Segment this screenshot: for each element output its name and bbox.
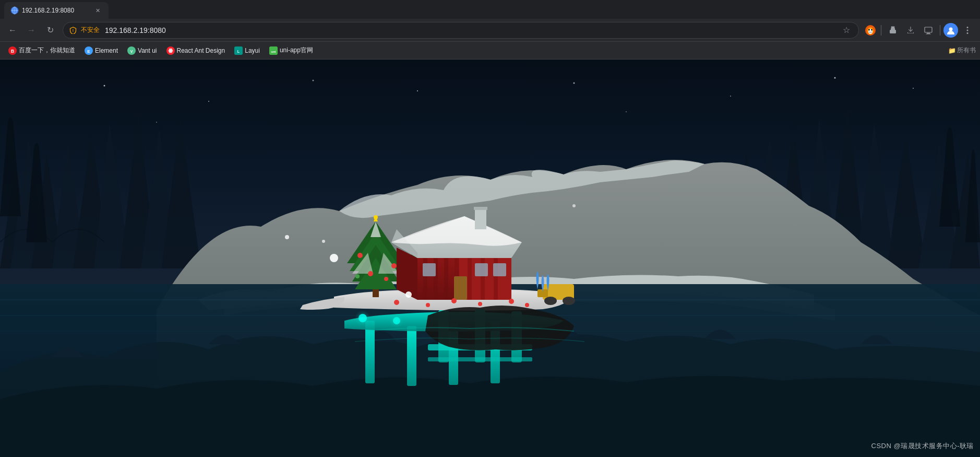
- downloads-button[interactable]: [902, 22, 919, 39]
- svg-rect-12: [926, 33, 931, 34]
- folder-icon: 📁: [948, 47, 956, 54]
- svg-point-8: [868, 29, 870, 30]
- svg-point-35: [208, 101, 209, 102]
- extensions-button[interactable]: [885, 22, 901, 39]
- svg-point-66: [355, 274, 360, 278]
- watermark: CSDN @瑞晟技术服务中心-耿瑞: [871, 441, 974, 451]
- bookmark-element[interactable]: E Element: [80, 44, 122, 57]
- active-tab[interactable]: 192.168.2.19:8080 ✕: [4, 2, 109, 19]
- svg-point-60: [374, 215, 378, 219]
- bookmark-layui[interactable]: L Layui: [230, 44, 264, 57]
- svg-point-43: [626, 111, 627, 112]
- svg-text:B: B: [11, 49, 15, 54]
- svg-point-97: [426, 303, 430, 307]
- svg-point-90: [563, 297, 575, 305]
- security-icon: !: [69, 27, 77, 34]
- svg-point-37: [417, 90, 418, 91]
- svg-point-110: [572, 204, 576, 207]
- tab-close-button[interactable]: ✕: [93, 6, 102, 15]
- svg-point-40: [834, 77, 836, 79]
- browser-chrome: 192.168.2.19:8080 ✕ ← → ↻ ! 不安全 192.168.…: [0, 0, 980, 60]
- svg-point-9: [871, 29, 873, 30]
- svg-rect-49: [407, 326, 416, 386]
- svg-point-28: [170, 50, 171, 51]
- svg-point-107: [389, 313, 404, 328]
- svg-rect-95: [428, 357, 532, 361]
- svg-point-101: [525, 303, 529, 307]
- svg-text:V: V: [130, 49, 133, 53]
- bookmark-react-ant[interactable]: React Ant Design: [162, 44, 230, 57]
- profile-button[interactable]: [943, 23, 958, 38]
- svg-text:!: !: [73, 29, 74, 32]
- refresh-button[interactable]: ↻: [42, 22, 58, 39]
- svg-point-100: [509, 299, 514, 304]
- forward-button[interactable]: →: [23, 22, 40, 39]
- svg-point-14: [949, 27, 953, 31]
- svg-point-16: [967, 29, 969, 31]
- address-bar[interactable]: ! 不安全 192.168.2.19:8080 ☆: [63, 22, 859, 39]
- svg-rect-61: [373, 289, 379, 297]
- svg-text:L: L: [237, 49, 240, 53]
- bookmark-vant[interactable]: V Vant ui: [123, 44, 161, 57]
- svg-point-96: [394, 300, 399, 305]
- svg-point-64: [368, 271, 373, 276]
- back-button[interactable]: ←: [4, 22, 21, 39]
- toolbar-divider-2: [940, 25, 940, 36]
- svg-text:uni: uni: [271, 50, 276, 53]
- svg-point-63: [391, 263, 397, 268]
- svg-rect-10: [925, 27, 932, 32]
- bookmark-star-button[interactable]: ☆: [841, 23, 852, 37]
- svg-point-99: [478, 302, 482, 306]
- bookmark-baidu[interactable]: B 百度一下，你就知道: [4, 44, 79, 57]
- tab-title: 192.168.2.19:8080: [22, 7, 90, 14]
- svg-text:E: E: [87, 49, 90, 53]
- svg-rect-81: [475, 208, 486, 229]
- svg-point-34: [104, 85, 105, 87]
- svg-point-104: [405, 291, 412, 298]
- svg-point-98: [451, 298, 457, 303]
- scene-3d: [0, 60, 980, 457]
- toolbar: ← → ↻ ! 不安全 192.168.2.19:8080 ☆: [0, 19, 980, 42]
- tab-favicon: [10, 6, 19, 15]
- svg-point-17: [967, 32, 969, 34]
- page-content[interactable]: CSDN @瑞晟技术服务中心-耿瑞: [0, 60, 980, 457]
- security-label: 不安全: [81, 26, 100, 34]
- svg-rect-83: [454, 276, 467, 300]
- svg-point-15: [967, 27, 969, 28]
- svg-point-39: [730, 96, 731, 97]
- svg-point-105: [330, 254, 338, 262]
- svg-point-109: [322, 240, 325, 243]
- svg-rect-86: [493, 263, 506, 276]
- svg-rect-11: [927, 33, 930, 34]
- svg-point-108: [285, 235, 289, 239]
- svg-point-38: [573, 83, 575, 84]
- url-text: 192.168.2.19:8080: [105, 26, 836, 34]
- svg-rect-84: [423, 263, 436, 276]
- svg-point-103: [355, 310, 371, 326]
- menu-button[interactable]: [959, 22, 976, 39]
- screencast-button[interactable]: [920, 22, 937, 39]
- toolbar-divider-1: [881, 25, 881, 36]
- svg-rect-85: [475, 263, 488, 276]
- svg-point-65: [384, 277, 388, 281]
- svg-point-89: [544, 297, 557, 305]
- svg-point-62: [357, 253, 363, 258]
- bookmarks-right: 📁 所有书: [948, 46, 976, 55]
- fox-extension-icon[interactable]: [863, 23, 878, 38]
- bookmark-uniapp[interactable]: uni uni-app官网: [265, 44, 317, 57]
- bookmarks-bar: B 百度一下，你就知道 E Element V Vant ui: [0, 42, 980, 60]
- svg-rect-82: [474, 207, 487, 210]
- toolbar-right: [863, 22, 976, 39]
- svg-point-42: [156, 122, 157, 123]
- svg-point-41: [913, 88, 914, 89]
- tab-bar: 192.168.2.19:8080 ✕: [0, 0, 980, 19]
- svg-point-36: [313, 80, 314, 81]
